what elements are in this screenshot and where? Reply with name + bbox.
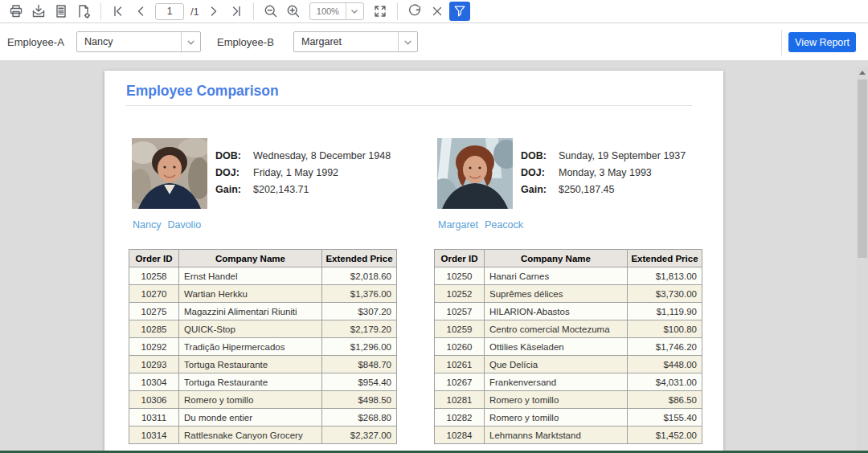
chevron-down-icon: [403, 37, 413, 47]
employee-b-photo: [437, 138, 513, 209]
table-row: 10311Du monde entier$268.80: [129, 409, 397, 426]
order-id-cell: 10252: [435, 285, 485, 303]
extended-price-cell: $2,018.60: [322, 267, 397, 285]
employee-b-label: Employee-B: [217, 36, 274, 48]
company-name-cell: Magazzini Alimentari Riuniti: [179, 303, 322, 320]
company-name-cell: Suprêmes délices: [485, 285, 628, 303]
table-row: 10257HILARION-Abastos$1,119.90: [435, 303, 702, 320]
zoom-percent-combo[interactable]: 100%: [309, 2, 364, 20]
photo-of-margaret-peacock: [437, 138, 513, 209]
toolbar-separator: [100, 2, 101, 20]
toolbar-separator: [253, 2, 254, 20]
zoom-percent-value: 100%: [310, 3, 346, 19]
company-name-cell: Tortuga Restaurante: [179, 373, 322, 391]
fit-to-page-button[interactable]: [370, 2, 391, 21]
print-button[interactable]: [6, 2, 27, 21]
company-name-cell: Frankenversand: [485, 373, 628, 391]
table-row: 10258Ernst Handel$2,018.60: [129, 267, 397, 285]
parameter-bar: Employee-A Nancy Employee-B Margaret Vie…: [0, 24, 868, 60]
print-layout-button[interactable]: [51, 2, 72, 21]
table-row: 10260Ottilies Käseladen$1,746.20: [435, 338, 702, 356]
view-report-button[interactable]: View Report: [788, 32, 856, 52]
vertical-scrollbar[interactable]: [857, 67, 868, 453]
company-name-cell: Romero y tomillo: [485, 409, 628, 426]
next-page-button[interactable]: [203, 2, 224, 21]
zoom-out-button[interactable]: [260, 2, 281, 21]
table-row: 10314Rattlesnake Canyon Grocery$2,327.00: [129, 426, 397, 444]
extended-price-header: Extended Price: [628, 250, 702, 267]
table-row: 10259Centro comercial Moctezuma$100.80: [435, 320, 702, 338]
company-name-cell: Romero y tomillo: [485, 391, 628, 409]
next-page-icon: [206, 3, 222, 19]
previous-page-button[interactable]: [130, 2, 151, 21]
company-name-cell: Romero y tomillo: [179, 391, 322, 409]
page-setup-button[interactable]: [73, 2, 94, 21]
table-row: 10267Frankenversand$4,031.00: [435, 373, 702, 391]
print-icon: [8, 3, 24, 19]
print-layout-icon: [53, 3, 69, 19]
employee-a-orders-table: Order ID Company Name Extended Price 102…: [129, 249, 397, 444]
order-id-cell: 10257: [435, 303, 485, 320]
order-id-cell: 10281: [435, 391, 485, 409]
extended-price-cell: $498.50: [322, 391, 397, 409]
employee-a-name-link[interactable]: NancyDavolio: [133, 219, 201, 231]
table-row: 10293Tortuga Restaurante$848.70: [129, 356, 397, 373]
company-name-cell: Ernst Handel: [179, 267, 322, 285]
last-name: Davolio: [167, 219, 201, 231]
report-title: Employee Comparison: [126, 83, 279, 100]
first-page-button[interactable]: [108, 2, 129, 21]
fit-to-page-icon: [372, 3, 388, 19]
company-name-cell: Rattlesnake Canyon Grocery: [179, 426, 322, 444]
employee-a-dropdown-button[interactable]: [181, 32, 200, 51]
company-name-cell: Lehmanns Marktstand: [485, 426, 628, 444]
company-name-cell: HILARION-Abastos: [485, 303, 628, 320]
company-name-cell: Du monde entier: [179, 409, 322, 426]
employee-a-value: Nancy: [77, 32, 181, 51]
order-id-cell: 10304: [129, 373, 179, 391]
order-id-cell: 10314: [129, 426, 179, 444]
page-total-label: /1: [190, 6, 199, 18]
company-name-header: Company Name: [179, 250, 322, 267]
employee-b-select[interactable]: Margaret: [293, 31, 418, 52]
company-name-cell: Wartian Herkku: [179, 285, 322, 303]
order-id-cell: 10275: [129, 303, 179, 320]
order-id-header: Order ID: [129, 250, 179, 267]
table-row: 10270Wartian Herkku$1,376.00: [129, 285, 397, 303]
refresh-button[interactable]: [404, 2, 425, 21]
scrollbar-up-button[interactable]: [857, 67, 868, 78]
dob-label: DOB:: [215, 150, 253, 161]
gain-value: $250,187.45: [559, 184, 615, 195]
company-name-cell: Tradição Hipermercados: [179, 338, 322, 356]
extended-price-cell: $268.80: [322, 409, 397, 426]
extended-price-cell: $2,179.20: [322, 320, 397, 338]
extended-price-cell: $1,813.00: [628, 267, 702, 285]
zoom-in-button[interactable]: [283, 2, 304, 21]
parameter-bar-divider: [781, 30, 782, 55]
previous-page-icon: [133, 3, 149, 19]
first-name: Nancy: [133, 219, 161, 231]
extended-price-cell: $1,452.00: [628, 426, 702, 444]
extended-price-cell: $1,746.20: [628, 338, 702, 356]
gain-label: Gain:: [521, 184, 559, 195]
last-page-button[interactable]: [226, 2, 247, 21]
order-id-header: Order ID: [435, 250, 485, 267]
employee-b-name-link[interactable]: MargaretPeacock: [438, 219, 523, 231]
close-button[interactable]: [427, 2, 448, 21]
gain-label: Gain:: [215, 184, 253, 195]
scrollbar-thumb[interactable]: [858, 80, 867, 258]
order-id-cell: 10270: [129, 285, 179, 303]
order-id-cell: 10282: [435, 409, 485, 426]
zoom-dropdown-button[interactable]: [346, 3, 363, 19]
doj-label: DOJ:: [215, 167, 253, 178]
table-header-row: Order ID Company Name Extended Price: [435, 250, 702, 267]
table-row: 10282Romero y tomillo$155.40: [435, 409, 702, 426]
order-id-cell: 10293: [129, 356, 179, 373]
extended-price-cell: $3,730.00: [628, 285, 702, 303]
filter-parameters-button[interactable]: [449, 2, 470, 21]
company-name-cell: Tortuga Restaurante: [179, 356, 322, 373]
employee-a-select[interactable]: Nancy: [76, 31, 201, 52]
employee-a-label: Employee-A: [7, 36, 64, 48]
export-button[interactable]: [28, 2, 49, 21]
page-number-input[interactable]: [155, 3, 184, 20]
employee-b-dropdown-button[interactable]: [398, 32, 417, 51]
